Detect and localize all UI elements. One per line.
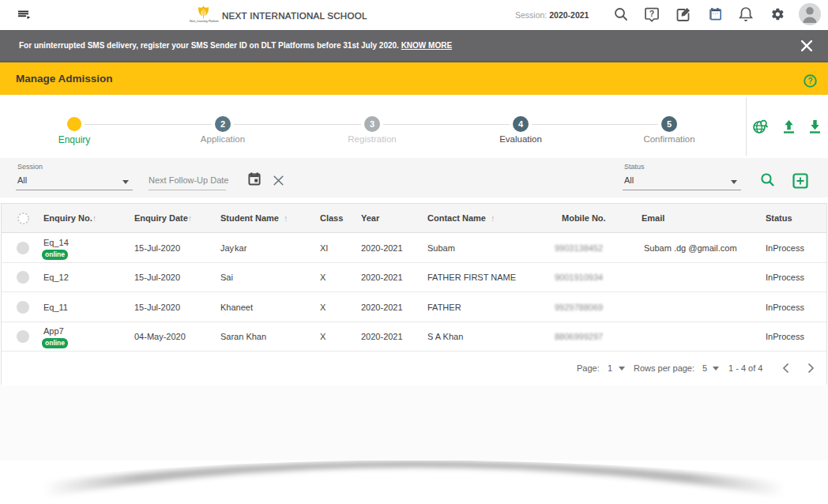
svg-text:?: ? — [807, 77, 812, 85]
svg-text:?: ? — [649, 9, 654, 18]
